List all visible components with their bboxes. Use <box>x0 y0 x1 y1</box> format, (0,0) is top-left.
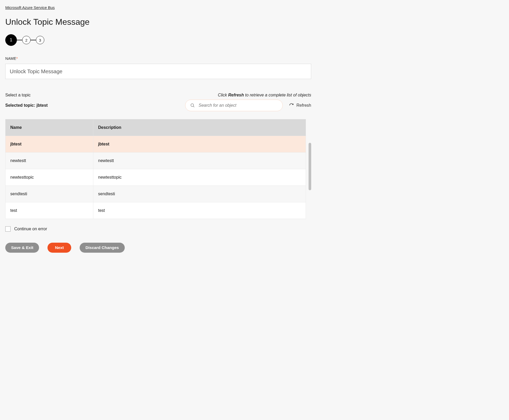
refresh-button[interactable]: Refresh <box>289 103 311 108</box>
continue-on-error-checkbox[interactable] <box>5 226 11 232</box>
name-input[interactable] <box>5 64 311 79</box>
cell-name: newtestt <box>6 153 93 169</box>
required-marker: * <box>16 56 18 61</box>
page-title: Unlock Topic Message <box>5 17 311 27</box>
table-row[interactable]: sendtesti sendtesti <box>6 186 306 202</box>
cell-description: sendtesti <box>93 186 306 202</box>
name-field-label: NAME* <box>5 56 311 61</box>
scrollbar-track[interactable] <box>308 135 311 219</box>
refresh-hint: Click Refresh to retrieve a complete lis… <box>218 93 311 97</box>
table-row[interactable]: jbtest jbtest <box>6 136 306 153</box>
name-label-text: NAME <box>5 56 16 61</box>
col-header-description[interactable]: Description <box>93 119 306 136</box>
step-connector <box>31 40 36 40</box>
table-row[interactable]: newtesttopic newtesttopic <box>6 169 306 186</box>
cell-description: jbtest <box>93 136 306 153</box>
col-header-name[interactable]: Name <box>6 119 93 136</box>
svg-line-1 <box>193 106 194 107</box>
cell-name: test <box>6 202 93 219</box>
save-exit-button[interactable]: Save & Exit <box>5 243 39 253</box>
next-button[interactable]: Next <box>47 243 71 253</box>
scrollbar-thumb[interactable] <box>309 143 311 190</box>
step-2[interactable]: 2 <box>22 36 31 44</box>
selected-topic-value: jbtest <box>36 103 48 108</box>
table-row[interactable]: newtestt newtestt <box>6 153 306 169</box>
step-3[interactable]: 3 <box>36 36 44 44</box>
topic-table: Name Description jbtest jbtest newtestt … <box>5 119 306 219</box>
cell-description: test <box>93 202 306 219</box>
selected-prefix: Selected topic: <box>5 103 36 108</box>
select-topic-label: Select a topic <box>5 93 31 97</box>
step-1[interactable]: 1 <box>5 34 17 46</box>
cell-name: sendtesti <box>6 186 93 202</box>
search-icon <box>190 103 195 108</box>
discard-button[interactable]: Discard Changes <box>80 243 125 253</box>
hint-suffix: to retrieve a complete list of objects <box>244 93 311 97</box>
refresh-icon <box>289 103 294 108</box>
continue-on-error-label: Continue on error <box>14 227 47 231</box>
cell-description: newtestt <box>93 153 306 169</box>
topic-table-wrap: Name Description jbtest jbtest newtestt … <box>5 119 311 219</box>
hint-prefix: Click <box>218 93 228 97</box>
hint-bold: Refresh <box>228 93 244 97</box>
cell-description: newtesttopic <box>93 169 306 186</box>
search-box[interactable] <box>185 100 283 111</box>
cell-name: newtesttopic <box>6 169 93 186</box>
breadcrumb-link[interactable]: Microsoft Azure Service Bus <box>5 5 55 10</box>
cell-name: jbtest <box>6 136 93 153</box>
stepper: 1 2 3 <box>5 34 311 46</box>
refresh-label: Refresh <box>296 103 311 108</box>
step-connector <box>17 40 22 40</box>
selected-topic-label: Selected topic: jbtest <box>5 103 48 108</box>
search-input[interactable] <box>199 103 278 108</box>
table-row[interactable]: test test <box>6 202 306 219</box>
svg-point-0 <box>191 104 194 107</box>
